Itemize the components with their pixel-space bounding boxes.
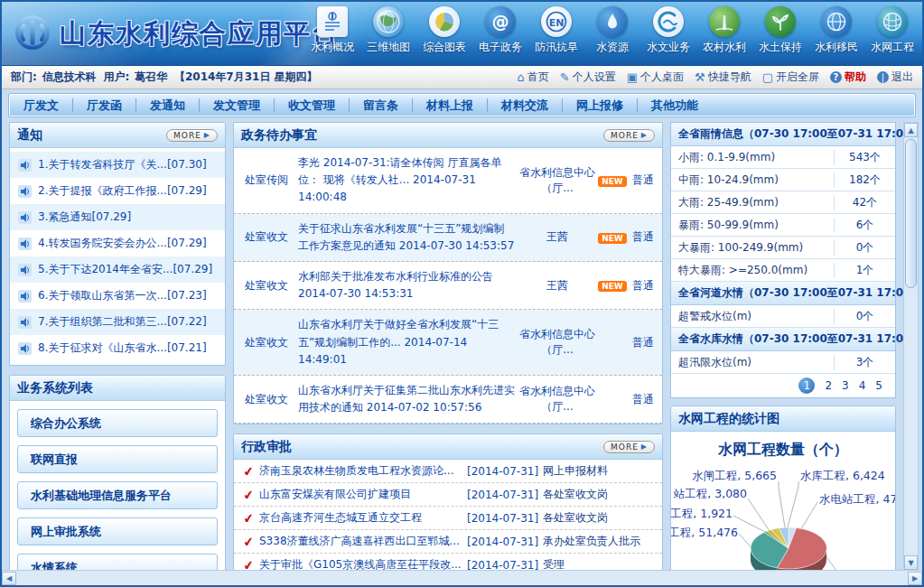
table-row: 大雨: 25-49.9(mm)42个	[671, 191, 895, 214]
scroll-right-icon[interactable]: ▶	[908, 572, 922, 585]
list-item[interactable]: 1.关于转发省科技厅《关...[07.30]	[10, 152, 225, 178]
home-link[interactable]: ⌂首页	[518, 70, 549, 85]
systems-panel-header: 业务系统列表	[10, 376, 225, 401]
vertical-scrollbar-thumb[interactable]	[905, 139, 917, 288]
dept-label: 部门:	[11, 70, 37, 83]
tab-doc-send-mgmt[interactable]: 发文管理	[200, 98, 275, 112]
system-button-water-regime[interactable]: 水情系统	[17, 554, 218, 571]
toolbar-item-migration[interactable]: 水利移民	[808, 6, 864, 55]
fullscreen-link[interactable]: ▢开启全屏	[762, 70, 819, 85]
approval-item-link[interactable]: S338济董线济广高速嘉祥西出口至郓城...	[259, 534, 467, 549]
toolbar-item-hydrology[interactable]: 水文业务	[640, 6, 696, 55]
table-row: 处室传阅 李光 2014-07-31:请全体传阅 厅直属各单位： 现将《转发人社…	[234, 148, 662, 214]
system-button-gis-platform[interactable]: 水利基础地理信息服务平台	[17, 481, 218, 509]
tab-message-note[interactable]: 留言条	[350, 98, 413, 112]
todo-content-link[interactable]: 关于征求山东省水利发展“十三五”规划编制工作方案意见的通知 2014-07-30…	[294, 220, 518, 255]
tab-send-notice[interactable]: 发通知	[136, 98, 200, 112]
check-icon: ✔	[237, 556, 260, 571]
check-icon: ✔	[237, 462, 260, 480]
toolbar-item-3d-map[interactable]: 三维地图	[360, 6, 416, 55]
tab-other-functions[interactable]: 其他功能	[638, 98, 712, 112]
approval-item-link[interactable]: 济南玉泉农林生物质发电工程水资源论...	[259, 463, 467, 479]
table-row: ✔京台高速齐河生态城互通立交工程[2014-07-31]各处室收文岗	[234, 507, 662, 530]
chart-panel-title: 水网工程的统计图	[678, 411, 779, 427]
todo-content-link[interactable]: 水利部关于批准发布水利行业标准的公告 2014-07-30 14:53:31	[294, 268, 518, 303]
list-item[interactable]: 6.关于领取山东省第一次...[07.23]	[10, 283, 225, 309]
top-banner: 山东水利综合应用平台 水利概况 三维地图 综合图表	[2, 2, 922, 66]
page-button-5[interactable]: 5	[875, 379, 882, 392]
page-button-2[interactable]: 2	[825, 379, 832, 392]
todo-sender: 省水利信息中心（厅...	[518, 327, 596, 358]
todo-content-link[interactable]: 山东省水利厅关于做好全省水利发展“十三五”规划编制工作的... 2014-07-…	[294, 316, 518, 368]
approval-date: [2014-07-31]	[467, 559, 543, 571]
list-item[interactable]: 3.紧急通知[07.29]	[10, 204, 225, 230]
page-button-4[interactable]: 4	[859, 379, 866, 392]
egov-at-icon: @	[485, 6, 516, 37]
approval-list: ✔济南玉泉农林生物质发电工程水资源论...[2014-07-31]网上申报材料 …	[234, 460, 662, 571]
pie-label: 站工程, 3,080	[674, 487, 747, 500]
notice-more-button[interactable]: MORE▶	[166, 129, 218, 142]
todo-content-link[interactable]: 李光 2014-07-31:请全体传阅 厅直属各单位： 现将《转发人社... 2…	[294, 154, 518, 207]
pagination: 1 2 3 4 5	[671, 374, 895, 397]
list-item[interactable]: 5.关于下达2014年全省安...[07.29]	[10, 256, 225, 283]
system-button-online-approval[interactable]: 网上审批系统	[17, 517, 218, 545]
more-arrow-icon: ▶	[641, 131, 648, 139]
list-item[interactable]: 4.转发国务院安委会办公...[07.29]	[10, 230, 225, 256]
page-button-1[interactable]: 1	[798, 377, 815, 394]
personal-settings-link[interactable]: ✎个人设置	[560, 70, 616, 85]
approval-status: 受理	[543, 557, 658, 571]
approval-item-link[interactable]: 关于审批《G105京澳线高唐至茌平段改...	[259, 557, 467, 571]
approval-item-link[interactable]: 山东富安煤炭有限公司扩建项目	[259, 487, 467, 502]
todo-category: 处室收文	[238, 392, 294, 407]
new-badge: NEW	[598, 176, 627, 187]
toolbar-item-water-network[interactable]: 水网工程	[864, 6, 920, 55]
list-item[interactable]: 2.关于提报《政府工作报...[07.29]	[10, 178, 225, 204]
approval-date: [2014-07-31]	[467, 465, 543, 478]
system-button-office[interactable]: 综合办公系统	[17, 409, 218, 437]
tab-doc-recv-mgmt[interactable]: 收文管理	[275, 98, 350, 112]
toolbar-item-overview[interactable]: 水利概况	[304, 6, 360, 55]
horizontal-scrollbar[interactable]: ◀ ▶	[2, 570, 922, 585]
logout-link[interactable]: |退出	[877, 70, 913, 85]
list-item[interactable]: 8.关于征求对《山东省水...[07.21]	[10, 335, 225, 361]
table-row: 处室收文 山东省水利厅关于征集第二批山东水利先进实用技术的通知 2014-07-…	[234, 376, 662, 424]
table-row: 处室收文 山东省水利厅关于做好全省水利发展“十三五”规划编制工作的... 201…	[234, 310, 662, 376]
new-badge: NEW	[598, 281, 627, 292]
scroll-left-icon[interactable]: ◀	[2, 572, 16, 585]
help-link[interactable]: ?帮助	[830, 70, 866, 85]
scroll-up-icon[interactable]: ▲	[904, 123, 918, 137]
table-row: 超警戒水位(m)0个	[671, 305, 895, 328]
toolbar-item-egov[interactable]: @ 电子政务	[472, 6, 528, 55]
chart-panel: 水网工程的统计图 水网工程数量（个） 水闸工程, 5,	[670, 405, 896, 571]
table-row: 处室收文 关于征求山东省水利发展“十三五”规划编制工作方案意见的通知 2014-…	[234, 214, 662, 262]
personal-desktop-link[interactable]: ▣个人桌面	[627, 70, 684, 85]
page-button-3[interactable]: 3	[842, 379, 849, 392]
approval-more-button[interactable]: MORE▶	[603, 441, 655, 453]
speaker-icon	[18, 342, 32, 355]
toolbar-item-water-resource[interactable]: 水资源	[584, 6, 640, 55]
tab-dept-issue-doc[interactable]: 厅发文	[10, 98, 73, 112]
pencil-icon: ✎	[560, 70, 570, 84]
toolbar-item-charts[interactable]: 综合图表	[416, 6, 472, 55]
approval-item-link[interactable]: 京台高速齐河生态城互通立交工程	[259, 510, 467, 526]
todo-content-link[interactable]: 山东省水利厅关于征集第二批山东水利先进实用技术的通知 2014-07-02 10…	[294, 382, 518, 416]
todo-category: 处室收文	[238, 229, 294, 245]
tab-dept-letter[interactable]: 厅发函	[73, 98, 136, 112]
vertical-scrollbar[interactable]: ▲ ▼	[903, 122, 919, 571]
tab-material-submit[interactable]: 材料上报	[413, 98, 488, 112]
tab-online-repair[interactable]: 网上报修	[563, 98, 638, 112]
todo-more-button[interactable]: MORE▶	[603, 129, 655, 142]
tab-material-exchange[interactable]: 材料交流	[488, 98, 563, 112]
todo-category: 处室收文	[238, 278, 294, 294]
toolbar-item-flood-control[interactable]: EN 防汛抗旱	[528, 6, 584, 55]
system-button-online-report[interactable]: 联网直报	[17, 445, 218, 473]
toolbar-item-soil-conservation[interactable]: 水土保持	[752, 6, 808, 55]
pie-label: 工程, 1,921	[671, 507, 733, 520]
quick-nav-link[interactable]: ⚒快捷导航	[695, 70, 751, 85]
more-arrow-icon: ▶	[204, 131, 210, 139]
pie-label: 水电站工程, 47	[819, 492, 895, 506]
toolbar-item-rural-water[interactable]: 农村水利	[696, 6, 752, 55]
scroll-down-icon[interactable]: ▼	[904, 555, 918, 570]
water-info-tables: 全省雨情信息（07-30 17:00至07-31 17:00） 小雨: 0.1-…	[670, 122, 896, 398]
list-item[interactable]: 7.关于组织第二批和第三...[07.22]	[10, 309, 225, 335]
